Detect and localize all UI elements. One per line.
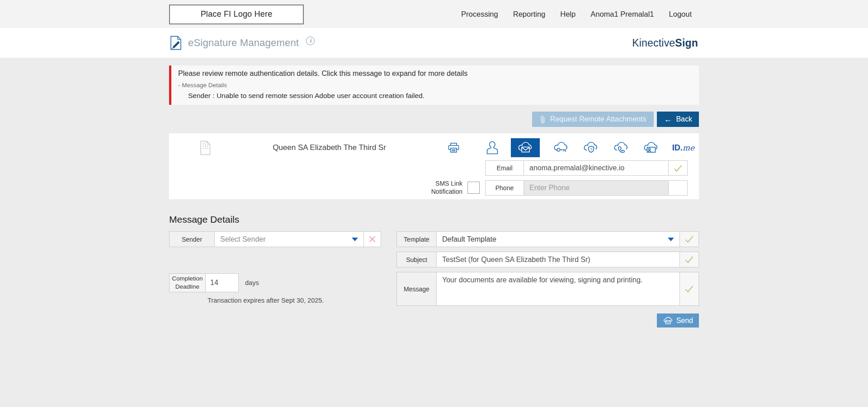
message-details-heading: Message Details <box>169 214 699 225</box>
brand-logo: KinectiveSign <box>632 37 699 49</box>
top-bar: Place FI Logo Here Processing Reporting … <box>0 0 868 28</box>
deadline-unit-label: days <box>245 279 259 286</box>
send-button[interactable]: Send <box>657 313 699 327</box>
nav-processing[interactable]: Processing <box>461 10 498 19</box>
sender-select[interactable]: Select Sender <box>215 232 363 247</box>
phone-label: Phone <box>486 181 524 195</box>
document-page-icon[interactable]: 1 <box>200 140 211 155</box>
remote-email-auth-icon-selected[interactable] <box>511 138 540 157</box>
send-cloud-envelope-icon <box>663 317 673 325</box>
recipient-card: 1 Queen SA Elizabeth The Third Sr <box>169 133 699 199</box>
transaction-expiry-note: Transaction expires after Sept 30, 2025. <box>208 297 381 304</box>
svg-text:1: 1 <box>204 143 207 148</box>
email-valid-check-icon <box>668 161 687 175</box>
phone-call-auth-icon[interactable] <box>613 141 630 154</box>
email-field-row: Email <box>485 160 688 176</box>
message-label: Message <box>397 272 437 305</box>
template-select[interactable]: Default Template <box>437 232 679 247</box>
alert-detail-text: Sender : Unable to send remote session A… <box>178 92 693 100</box>
svg-text:?: ? <box>590 147 592 152</box>
access-code-key-icon[interactable] <box>552 141 570 154</box>
template-valid-check-icon <box>679 232 698 247</box>
info-icon[interactable]: i <box>306 37 315 45</box>
sender-field-row: Sender Select Sender <box>169 231 381 247</box>
subject-field-row: Subject <box>396 252 699 267</box>
remote-auth-alert[interactable]: Please review remote authentication deta… <box>169 65 699 105</box>
phone-input[interactable] <box>524 181 668 195</box>
nav-user-menu[interactable]: Anoma1 Premalal1 <box>590 10 654 19</box>
chevron-down-icon <box>668 238 674 241</box>
completion-deadline-field: Completion Deadline 14 <box>169 273 239 292</box>
message-field-row: Message Your documents are available for… <box>396 272 699 306</box>
id-me-logo[interactable]: ID.me <box>672 143 694 153</box>
fi-logo-placeholder[interactable]: Place FI Logo Here <box>169 5 304 24</box>
completion-deadline-label: Completion Deadline <box>170 274 206 292</box>
request-remote-attachments-button[interactable]: Request Remote Attachments <box>532 112 654 127</box>
subject-input[interactable] <box>437 252 679 267</box>
sms-link-notification-checkbox[interactable] <box>467 182 480 194</box>
email-input[interactable] <box>524 161 668 175</box>
recipient-name: Queen SA Elizabeth The Third Sr <box>211 143 448 152</box>
paperclip-icon <box>540 115 546 124</box>
phone-field-row: Phone <box>485 180 688 196</box>
sms-link-notification-label: SMS Link Notification <box>424 180 462 196</box>
message-valid-check-icon <box>679 272 698 305</box>
security-question-shield-icon[interactable]: ? <box>582 141 599 154</box>
completion-deadline-value[interactable]: 14 <box>206 274 238 292</box>
sender-invalid-x-icon <box>363 232 381 247</box>
back-button[interactable]: ← Back <box>657 112 699 127</box>
subject-label: Subject <box>397 252 437 267</box>
printer-icon[interactable] <box>448 142 460 154</box>
top-nav: Processing Reporting Help Anoma1 Premala… <box>461 10 699 19</box>
in-person-signer-icon[interactable] <box>486 140 498 155</box>
message-textarea[interactable]: Your documents are available for viewing… <box>437 272 679 305</box>
page-header: x eSignature Management i KinectiveSign <box>0 28 868 58</box>
template-label: Template <box>397 232 437 247</box>
sender-label: Sender <box>170 232 215 247</box>
subject-valid-check-icon <box>679 252 698 267</box>
chevron-down-icon <box>352 238 358 241</box>
nav-help[interactable]: Help <box>560 10 576 19</box>
template-field-row: Template Default Template <box>396 231 699 247</box>
alert-message-details-toggle[interactable]: - Message Details <box>178 82 693 89</box>
phone-status-cell <box>668 181 687 195</box>
esignature-document-pen-icon: x <box>169 35 183 51</box>
page-title: eSignature Management <box>188 37 299 49</box>
alert-summary: Please review remote authentication deta… <box>178 70 693 78</box>
nav-reporting[interactable]: Reporting <box>513 10 546 19</box>
back-arrow-icon: ← <box>664 115 672 123</box>
photo-id-auth-icon[interactable] <box>642 141 660 154</box>
auth-method-icons: ? I <box>486 138 699 157</box>
email-label: Email <box>486 161 524 175</box>
nav-logout[interactable]: Logout <box>669 10 692 19</box>
